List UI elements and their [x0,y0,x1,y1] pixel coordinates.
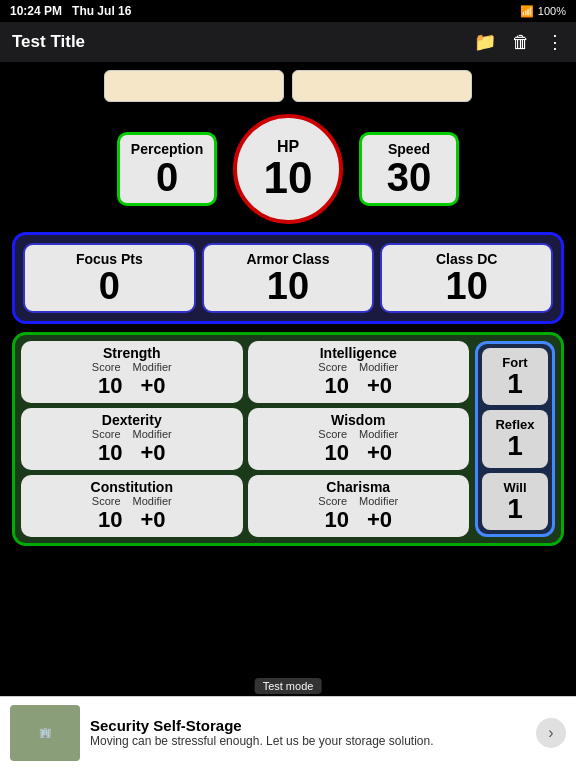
ability-modifier-5: +0 [367,507,392,533]
test-mode-badge: Test mode [255,678,322,694]
ability-score-0: 10 [98,373,122,399]
saves-column: Fort 1 Reflex 1 Will 1 [475,341,555,537]
hp-value: 10 [264,156,313,200]
ability-score-1: 10 [324,373,348,399]
mod-label-1: Modifier [359,361,398,373]
more-icon[interactable]: ⋮ [546,31,564,53]
ability-name-3: Wisdom [331,412,385,428]
ability-score-3: 10 [324,440,348,466]
main-content: Perception 0 HP 10 Speed 30 Focus Pts 0 … [0,62,576,554]
ability-box-3[interactable]: Wisdom Score Modifier 10 +0 [248,408,470,470]
ad-text: Security Self-Storage Moving can be stre… [90,717,526,748]
ability-name-1: Intelligence [320,345,397,361]
top-inputs [12,70,564,102]
top-input-1[interactable] [104,70,284,102]
perception-value: 0 [156,157,178,197]
secondary-value-1: 10 [267,267,309,305]
speed-value: 30 [387,157,432,197]
ability-score-2: 10 [98,440,122,466]
ad-subtitle: Moving can be stressful enough. Let us b… [90,734,526,748]
ability-box-4[interactable]: Constitution Score Modifier 10 +0 [21,475,243,537]
ability-name-4: Constitution [91,479,173,495]
ad-title: Security Self-Storage [90,717,526,734]
status-time: 10:24 PM Thu Jul 16 [10,4,131,18]
save-value-2: 1 [507,495,523,523]
ability-name-5: Charisma [326,479,390,495]
ability-modifier-0: +0 [140,373,165,399]
score-label-2: Score [92,428,121,440]
save-box-0[interactable]: Fort 1 [482,348,548,405]
ability-name-2: Dexterity [102,412,162,428]
ability-modifier-3: +0 [367,440,392,466]
ability-box-1[interactable]: Intelligence Score Modifier 10 +0 [248,341,470,403]
ability-box-2[interactable]: Dexterity Score Modifier 10 +0 [21,408,243,470]
page-title: Test Title [12,32,85,52]
ability-name-0: Strength [103,345,161,361]
mod-label-0: Modifier [133,361,172,373]
mod-label-4: Modifier [133,495,172,507]
score-label-4: Score [92,495,121,507]
speed-box[interactable]: Speed 30 [359,132,459,206]
secondary-stats-row: Focus Pts 0 Armor Class 10 Class DC 10 [12,232,564,324]
score-label-5: Score [318,495,347,507]
mod-label-3: Modifier [359,428,398,440]
abilities-row: Strength Score Modifier 10 +0 Intelligen… [12,332,564,546]
score-label-0: Score [92,361,121,373]
secondary-box-1[interactable]: Armor Class 10 [202,243,375,313]
ability-modifier-1: +0 [367,373,392,399]
ability-box-5[interactable]: Charisma Score Modifier 10 +0 [248,475,470,537]
perception-box[interactable]: Perception 0 [117,132,217,206]
trash-icon[interactable]: 🗑 [512,32,530,53]
hp-row: Perception 0 HP 10 Speed 30 [12,114,564,224]
status-right: 📶 100% [520,5,566,18]
score-label-1: Score [318,361,347,373]
save-value-1: 1 [507,432,523,460]
mod-label-5: Modifier [359,495,398,507]
secondary-value-0: 0 [99,267,120,305]
secondary-box-0[interactable]: Focus Pts 0 [23,243,196,313]
top-input-2[interactable] [292,70,472,102]
abilities-grid: Strength Score Modifier 10 +0 Intelligen… [21,341,469,537]
ability-modifier-4: +0 [140,507,165,533]
wifi-icon: 📶 [520,5,534,18]
ability-modifier-2: +0 [140,440,165,466]
ability-box-0[interactable]: Strength Score Modifier 10 +0 [21,341,243,403]
ad-image: 🏢 [10,705,80,761]
status-bar: 10:24 PM Thu Jul 16 📶 100% [0,0,576,22]
save-box-2[interactable]: Will 1 [482,473,548,530]
ability-score-4: 10 [98,507,122,533]
mod-label-2: Modifier [133,428,172,440]
save-box-1[interactable]: Reflex 1 [482,410,548,467]
ability-score-5: 10 [324,507,348,533]
title-bar-icons: 📁 🗑 ⋮ [474,31,564,53]
score-label-3: Score [318,428,347,440]
hp-box[interactable]: HP 10 [233,114,343,224]
title-bar: Test Title 📁 🗑 ⋮ [0,22,576,62]
secondary-box-2[interactable]: Class DC 10 [380,243,553,313]
ad-arrow-button[interactable]: › [536,718,566,748]
ad-banner[interactable]: 🏢 Security Self-Storage Moving can be st… [0,696,576,768]
save-value-0: 1 [507,370,523,398]
secondary-value-2: 10 [446,267,488,305]
battery-icon: 100% [538,5,566,17]
folder-icon[interactable]: 📁 [474,31,496,53]
